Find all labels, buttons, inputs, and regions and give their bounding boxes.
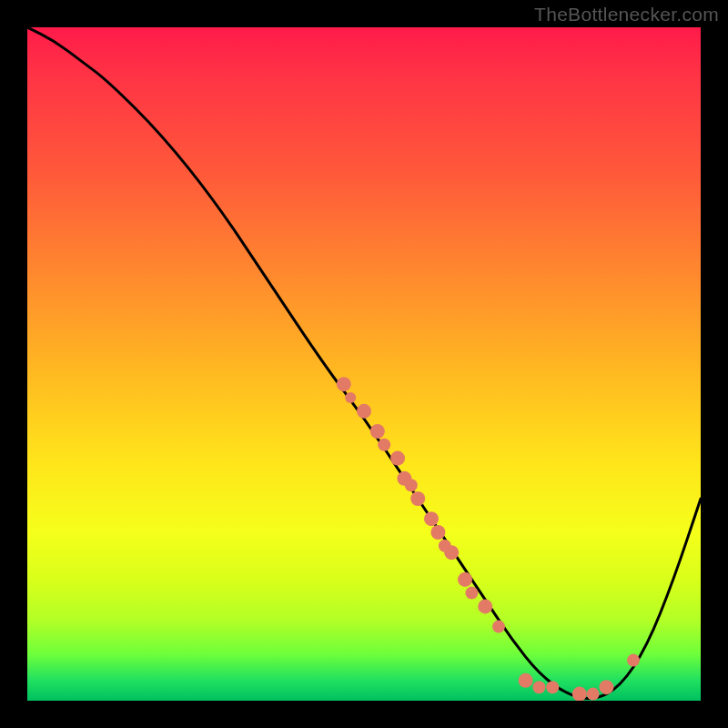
data-marker [465,587,478,600]
data-marker [410,491,425,506]
data-marker [519,673,533,688]
data-marker [424,511,439,526]
data-marker [458,572,472,587]
plot-area [27,27,701,701]
data-marker [405,479,418,491]
data-marker [478,599,492,613]
data-marker [532,681,545,693]
data-marker [337,377,351,391]
data-marker [599,680,613,694]
data-marker [345,392,356,403]
marker-layer [337,377,640,701]
data-marker [390,451,405,466]
chart-overlay-svg [27,27,701,701]
data-marker [357,404,371,419]
chart-root: TheBottlenecker.com [0,0,728,728]
data-marker [546,681,559,693]
data-marker [587,688,600,701]
data-marker [492,621,505,633]
data-marker [430,525,445,540]
data-marker [572,687,587,701]
watermark-text: TheBottlenecker.com [534,4,719,25]
data-marker [444,545,459,560]
data-marker [378,439,390,451]
data-marker [627,654,640,667]
bottleneck-curve-path [27,27,701,699]
data-marker [370,424,385,439]
